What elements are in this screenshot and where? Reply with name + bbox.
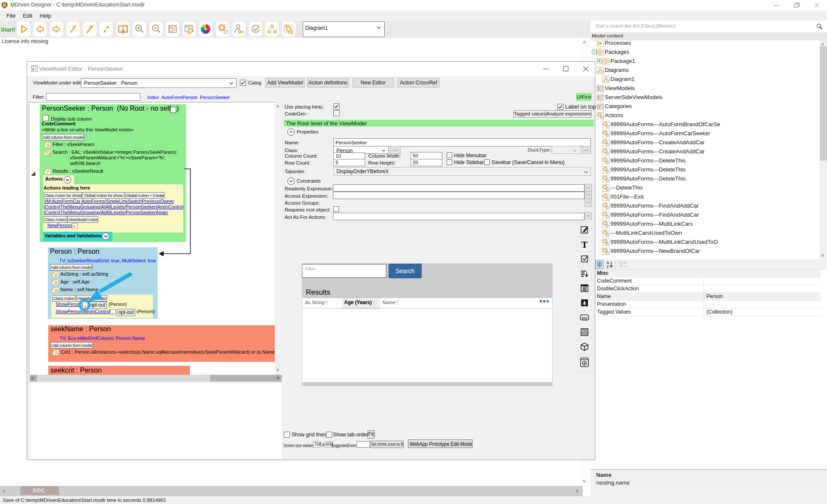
svg-text:list: list: [582, 328, 587, 332]
svg-text:T: T: [581, 239, 588, 250]
svg-text:btn: btn: [582, 316, 588, 320]
svg-text:Z: Z: [606, 264, 609, 269]
